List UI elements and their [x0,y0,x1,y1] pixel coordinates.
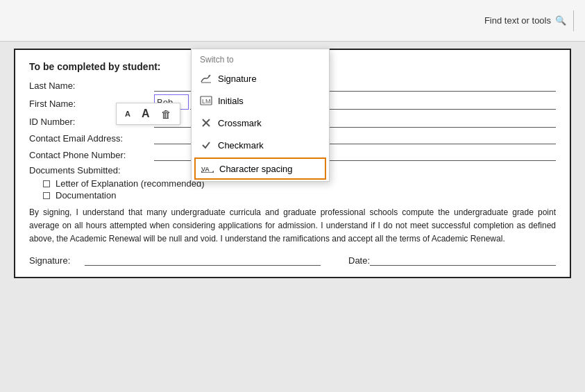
initials-label: Initials [218,96,244,106]
phone-label: Contact Phone Number: [29,150,154,160]
signature-label: Signature: [29,255,85,266]
checkbox-documentation[interactable] [43,192,50,199]
dropdown-item-initials[interactable]: LM Initials [192,90,329,112]
character-spacing-label: Character spacing [219,164,293,174]
doc-area: A A 🗑 Switch to Signature LM I [0,42,585,392]
date-label: Date: [348,255,370,266]
dropdown-header: Switch to [192,49,329,67]
mini-toolbar: A A 🗑 [116,103,180,125]
lastname-label: Last Name: [29,80,154,91]
crossmark-label: Crossmark [218,118,262,128]
find-tools-label: Find text or tools [484,15,551,26]
signature-label: Signature [218,74,257,84]
checklist-item-documentation: Documentation [56,190,116,201]
checklist-item-letter: Letter of Explanation (recommended) [56,178,205,189]
character-spacing-icon: VA [201,162,214,175]
search-icon[interactable]: 🔍 [555,15,566,26]
svg-text:LM: LM [202,98,211,105]
checkbox-letter[interactable] [43,180,50,187]
dropdown-item-crossmark[interactable]: Crossmark [192,112,329,134]
list-item: Documentation [43,190,556,201]
find-tools-area[interactable]: Find text or tools 🔍 [484,15,566,26]
signature-line [85,253,321,266]
svg-text:VA: VA [201,166,210,173]
crossmark-icon [200,117,212,129]
dropdown-item-checkmark[interactable]: Checkmark [192,134,329,156]
body-text: By signing, I understand that many under… [29,206,556,246]
checkmark-label: Checkmark [218,140,264,151]
sig-row: Signature: Date: [29,253,556,266]
delete-button[interactable]: 🗑 [158,107,174,121]
dropdown-menu: Switch to Signature LM Initials [191,49,330,182]
documents-label: Documents Submitted: [29,165,121,176]
dropdown-item-signature[interactable]: Signature [192,67,329,90]
toolbar: Find text or tools 🔍 [0,0,585,42]
small-font-button[interactable]: A [122,108,133,119]
date-line [370,253,556,266]
toolbar-divider [573,10,574,31]
checkmark-icon [200,139,212,151]
initials-icon: LM [200,94,212,107]
signature-icon [200,72,212,85]
dropdown-item-character-spacing[interactable]: VA Character spacing [194,157,326,180]
large-font-button[interactable]: A [139,106,153,121]
email-label: Contact Email Address: [29,133,154,144]
